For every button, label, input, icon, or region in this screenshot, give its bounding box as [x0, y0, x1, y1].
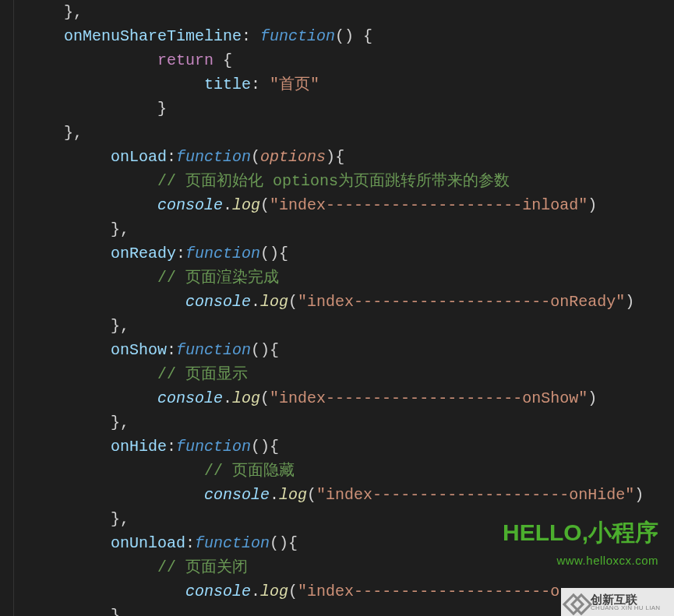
code-line[interactable]: },: [17, 217, 674, 241]
code-token: ): [588, 389, 597, 407]
code-token: :: [242, 27, 260, 45]
code-token: onUnload: [111, 534, 185, 552]
code-token: log: [232, 196, 260, 214]
watermark: HELLO,小程序 www.helloxcx.com: [503, 515, 658, 569]
code-token: log: [279, 486, 307, 504]
code-token: console: [157, 196, 223, 214]
code-token: log: [260, 293, 288, 311]
code-line[interactable]: },: [17, 410, 674, 435]
code-token: },: [64, 3, 83, 21]
code-token: (): [260, 245, 279, 262]
logo-icon: [566, 592, 586, 612]
code-token: function: [176, 341, 251, 359]
code-token: (: [251, 148, 260, 166]
logo-text-en: CHUANG XIN HU LIAN: [591, 605, 660, 611]
code-token: }: [157, 100, 167, 118]
code-token: (: [307, 486, 316, 504]
code-line[interactable]: title: "首页": [17, 72, 674, 97]
code-token: "首页": [270, 76, 319, 93]
code-token: ): [625, 293, 634, 311]
code-token: .: [223, 389, 232, 407]
code-line[interactable]: // 页面隐藏: [17, 459, 674, 483]
code-token: },: [111, 414, 129, 431]
code-token: // 页面显示: [157, 365, 248, 383]
code-token: "index---------------------onReady": [298, 293, 625, 311]
code-token: {: [363, 27, 372, 45]
code-token: onLoad: [111, 148, 167, 166]
code-token: (): [251, 341, 270, 359]
code-token: },: [111, 317, 129, 335]
code-token: onShow: [111, 341, 167, 359]
watermark-url: www.helloxcx.com: [503, 551, 658, 569]
code-token: .: [223, 196, 232, 214]
code-line[interactable]: console.log("index---------------------i…: [17, 193, 674, 217]
editor-gutter: [0, 0, 14, 616]
code-token: (: [260, 196, 270, 214]
code-token: function: [195, 534, 270, 552]
code-token: :: [251, 76, 270, 93]
code-line[interactable]: onReady:function(){: [17, 241, 674, 266]
code-token: "index---------------------onHide": [316, 486, 634, 504]
code-token: "index---------------------onShow": [270, 389, 588, 407]
code-token: "index---------------------o: [298, 583, 559, 600]
code-token: // 页面关闭: [157, 558, 248, 576]
code-token: (: [288, 583, 298, 600]
code-line[interactable]: // 页面初始化 options为页面跳转所带来的参数: [17, 169, 674, 193]
code-line[interactable]: },: [17, 0, 674, 24]
code-token: (): [251, 438, 270, 456]
code-token: onHide: [111, 438, 167, 456]
code-token: {: [270, 438, 279, 456]
code-token: :: [185, 534, 195, 552]
code-line[interactable]: onShow:function(){: [17, 338, 674, 362]
code-token: {: [288, 534, 298, 552]
code-line[interactable]: onLoad:function(options){: [17, 145, 674, 169]
code-token: .: [251, 583, 260, 600]
code-token: ): [326, 148, 335, 166]
code-token: function: [176, 438, 251, 456]
code-token: (: [260, 389, 270, 407]
code-line[interactable]: },: [17, 314, 674, 338]
code-line[interactable]: }: [17, 97, 674, 121]
code-token: // 页面渲染完成: [157, 269, 279, 287]
code-token: :: [167, 438, 176, 456]
code-line[interactable]: console.log("index---------------------o…: [17, 386, 674, 410]
code-token: {: [270, 341, 279, 359]
code-token: ): [634, 486, 644, 504]
code-token: },: [111, 607, 129, 616]
code-token: :: [167, 341, 176, 359]
code-token: onMenuShareTimeline: [64, 27, 242, 45]
code-line[interactable]: // 页面渲染完成: [17, 266, 674, 290]
code-line[interactable]: onHide:function(){: [17, 435, 674, 459]
code-token: {: [223, 51, 232, 69]
code-token: log: [260, 583, 288, 600]
code-token: log: [232, 389, 260, 407]
code-token: function: [176, 148, 251, 166]
code-token: (): [335, 27, 363, 45]
code-token: return: [157, 51, 223, 69]
code-token: "index---------------------inload": [270, 196, 588, 214]
code-token: // 页面隐藏: [204, 462, 295, 480]
code-token: console: [185, 583, 251, 600]
code-token: console: [157, 389, 223, 407]
code-token: onReady: [111, 245, 176, 262]
code-line[interactable]: console.log("index---------------------o…: [17, 290, 674, 314]
watermark-title: HELLO,小程序: [503, 515, 658, 551]
code-token: console: [204, 486, 270, 504]
code-token: (): [270, 534, 288, 552]
code-token: :: [176, 245, 185, 262]
code-token: },: [111, 220, 129, 238]
code-token: // 页面初始化 options为页面跳转所带来的参数: [157, 172, 510, 190]
code-token: .: [270, 486, 279, 504]
code-line[interactable]: onMenuShareTimeline: function() {: [17, 24, 674, 48]
code-line[interactable]: console.log("index---------------------o…: [17, 483, 674, 507]
code-token: console: [185, 293, 251, 311]
code-line[interactable]: return {: [17, 48, 674, 72]
code-token: {: [279, 245, 288, 262]
code-token: ): [588, 196, 597, 214]
code-token: title: [204, 76, 251, 93]
code-token: },: [64, 124, 83, 142]
code-line[interactable]: // 页面显示: [17, 362, 674, 386]
code-token: :: [167, 148, 176, 166]
code-token: },: [111, 510, 129, 528]
code-line[interactable]: },: [17, 121, 674, 145]
